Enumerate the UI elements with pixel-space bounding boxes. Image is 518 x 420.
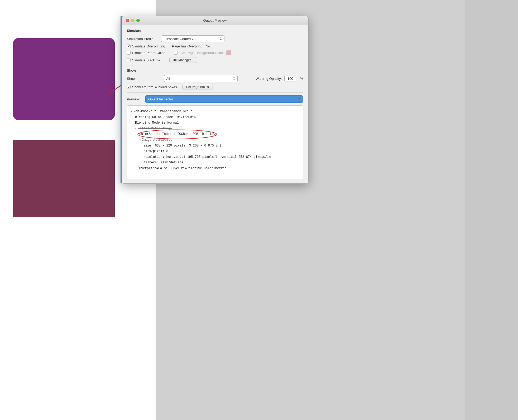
simulate-header: Simulate (127, 29, 303, 33)
triangle-5[interactable]: ▾ (139, 138, 141, 143)
select-arrows-icon: ▲ ▼ (220, 36, 222, 41)
triangle-3[interactable]: ▾ (135, 126, 137, 131)
purple-rect-bottom (13, 140, 115, 217)
tree-row-6: size: 638 x 220 pixels (3.260 x 0.870 in… (131, 143, 299, 149)
simulate-black-ink-row: Simulate Black Ink Ink Manager... (127, 57, 303, 63)
inspector-item-6: size: 638 x 220 pixels (3.260 x 0.870 in… (143, 143, 221, 149)
tree-row-8: resolution: horizontal 195.706 pixels/in… (131, 154, 299, 160)
close-button[interactable] (126, 19, 129, 22)
simulation-profile-label: Simulation Profile: (127, 37, 161, 41)
simulate-black-ink-label: Simulate Black Ink (132, 58, 160, 62)
title-bar: Output Preview (122, 16, 308, 25)
separator-1 (127, 66, 303, 66)
show-row: Show: All ▲ ▼ Warning Opacity: % (127, 75, 303, 82)
tree-row-9: filters: zlib/deflate (131, 160, 299, 166)
inspector-item-4: ColorSpace: Indexed ICCBasedRGB, Display (139, 132, 215, 136)
separator-2 (127, 92, 303, 93)
window-body: Simulate Simulation Profile: Euroscale C… (122, 25, 308, 183)
simulate-paper-color-checkbox[interactable] (127, 51, 131, 55)
inspector-item-2: Blending Mode is Normal (135, 120, 179, 126)
page-has-overprint-label: Page has Overprint: (172, 44, 203, 48)
window-title: Output Preview (203, 18, 227, 22)
show-label: Show: (127, 77, 161, 81)
preview-select[interactable]: Object Inspector ▲ ▼ (145, 95, 303, 103)
output-preview-window: Output Preview Simulate Simulation Profi… (121, 16, 309, 184)
colorspace-wrapper: ColorSpace: Indexed ICCBasedRGB, Display (139, 131, 215, 137)
warning-opacity-input[interactable] (284, 76, 296, 81)
preview-select-arrows-icon: ▲ ▼ (298, 97, 300, 101)
traffic-lights (126, 19, 140, 22)
simulate-paper-color-row: Simulate Paper Color Set Page Background… (127, 50, 303, 55)
tree-row-2: Blending Mode is Normal (131, 120, 299, 126)
minimize-button[interactable] (131, 19, 135, 22)
right-panel (465, 0, 518, 420)
set-page-background-checkbox[interactable] (174, 51, 178, 55)
ink-manager-button[interactable]: Ink Manager... (169, 57, 197, 63)
inspector-item-5: Image Attributes (142, 137, 172, 143)
page-has-overprint-value: No (206, 44, 210, 48)
simulate-overprinting-row: Simulate Overprinting Page has Overprint… (127, 44, 303, 48)
warning-opacity-label: Warning Opacity: (256, 77, 282, 81)
show-art-trim-label: Show art, trim, & bleed boxes (132, 85, 177, 89)
simulation-profile-value: Euroscale Coated v2 (164, 37, 195, 41)
show-art-trim-row: Show art, trim, & bleed boxes Set Page B… (127, 84, 303, 90)
inspector-item-10: Overprint=False OPM=1 ri=Relative Colori… (139, 166, 227, 172)
simulation-profile-row: Simulation Profile: Euroscale Coated v2 … (127, 35, 303, 42)
tree-row-1: Blending Color Space: DeviceCMYK (131, 115, 299, 120)
show-select-arrows-icon: ▲ ▼ (233, 76, 235, 81)
tree-row-3: ▾ Filled Path: Image (131, 126, 299, 132)
show-value: All (166, 77, 170, 81)
simulate-overprinting-checkbox[interactable] (127, 45, 131, 48)
inspector-item-3: Filled Path: Image (138, 126, 172, 132)
percent-label: % (300, 77, 303, 81)
color-swatch[interactable] (226, 50, 231, 55)
simulate-paper-color-label: Simulate Paper Color (132, 51, 165, 55)
tree-row-10: Overprint=False OPM=1 ri=Relative Colori… (131, 166, 299, 172)
tree-row-5: ▾ Image Attributes (131, 137, 299, 143)
window-left-border (121, 16, 122, 183)
inspector-panel: ▾ Non-knockout Transparency Group Blendi… (127, 105, 303, 179)
inspector-item-8: resolution: horizontal 195.706 pixels/in… (143, 154, 271, 160)
show-header: Show (127, 69, 303, 72)
show-select[interactable]: All ▲ ▼ (164, 75, 238, 82)
preview-row: Preview: Object Inspector ▲ ▼ (127, 95, 303, 103)
purple-rect-top (13, 38, 115, 120)
preview-value: Object Inspector (148, 97, 173, 101)
inspector-item-7: bits/pixel: 8 (143, 149, 168, 154)
inspector-item-1: Blending Color Space: DeviceCMYK (135, 115, 196, 120)
preview-label: Preview: (127, 97, 143, 101)
set-page-background-label: Set Page Background Color (181, 51, 223, 55)
show-art-trim-checkbox[interactable] (127, 85, 131, 89)
set-page-boxes-button[interactable]: Set Page Boxes (182, 84, 213, 90)
tree-row-4: ColorSpace: Indexed ICCBasedRGB, Display (131, 131, 299, 137)
maximize-button[interactable] (136, 19, 140, 22)
inspector-item-9: filters: zlib/deflate (143, 160, 183, 166)
tree-row-7: bits/pixel: 8 (131, 149, 299, 154)
tree-row-0: ▾ Non-knockout Transparency Group (131, 109, 299, 115)
simulation-profile-select[interactable]: Euroscale Coated v2 ▲ ▼ (161, 35, 224, 42)
triangle-0[interactable]: ▾ (131, 109, 132, 114)
simulate-black-ink-checkbox[interactable] (127, 58, 131, 62)
simulate-overprinting-label: Simulate Overprinting (132, 44, 165, 48)
inspector-item-0: Non-knockout Transparency Group (133, 109, 192, 115)
